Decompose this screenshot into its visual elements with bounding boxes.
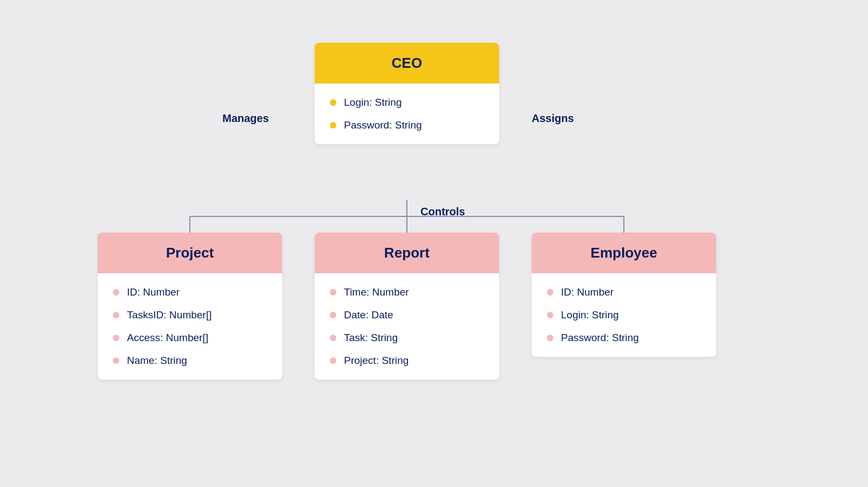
dot-icon xyxy=(547,289,553,296)
report-field-date: Date: Date xyxy=(330,309,484,321)
dot-icon xyxy=(113,312,119,318)
employee-header: Employee xyxy=(532,233,716,273)
employee-body: ID: Number Login: String Password: Strin… xyxy=(532,273,716,357)
dot-icon xyxy=(113,289,119,296)
project-field-id: ID: Number xyxy=(113,286,267,298)
employee-card: Employee ID: Number Login: String Passwo… xyxy=(532,233,716,357)
dot-icon xyxy=(330,122,336,129)
employee-field-login: Login: String xyxy=(547,309,701,321)
dot-icon xyxy=(330,99,336,106)
report-body: Time: Number Date: Date Task: String Pro… xyxy=(315,273,499,380)
dot-icon xyxy=(330,289,336,296)
assigns-label: Assigns xyxy=(532,112,574,125)
project-field-name: Name: String xyxy=(113,355,267,367)
dot-icon xyxy=(547,312,553,318)
report-field-project: Project: String xyxy=(330,355,484,367)
dot-icon xyxy=(113,357,119,364)
manages-label: Manages xyxy=(222,112,269,125)
project-field-access: Access: Number[] xyxy=(113,332,267,344)
ceo-body: Login: String Password: String xyxy=(315,84,499,144)
dot-icon xyxy=(113,335,119,341)
ceo-field-login: Login: String xyxy=(330,97,484,108)
dot-icon xyxy=(330,312,336,318)
employee-field-password: Password: String xyxy=(547,332,701,344)
project-card: Project ID: Number TasksID: Number[] Acc… xyxy=(98,233,282,380)
project-field-tasksid: TasksID: Number[] xyxy=(113,309,267,321)
dot-icon xyxy=(330,335,336,341)
project-body: ID: Number TasksID: Number[] Access: Num… xyxy=(98,273,282,380)
report-field-time: Time: Number xyxy=(330,286,484,298)
report-card: Report Time: Number Date: Date Task: Str… xyxy=(315,233,499,380)
dot-icon xyxy=(330,357,336,364)
controls-label: Controls xyxy=(420,206,465,218)
dot-icon xyxy=(547,335,553,341)
report-header: Report xyxy=(315,233,499,273)
employee-field-id: ID: Number xyxy=(547,286,701,298)
ceo-card: CEO Login: String Password: String xyxy=(315,43,499,144)
ceo-field-password: Password: String xyxy=(330,119,484,131)
class-diagram: Manages Controls Assigns CEO Login: Stri… xyxy=(54,27,814,460)
ceo-header: CEO xyxy=(315,43,499,84)
report-field-task: Task: String xyxy=(330,332,484,344)
project-header: Project xyxy=(98,233,282,273)
